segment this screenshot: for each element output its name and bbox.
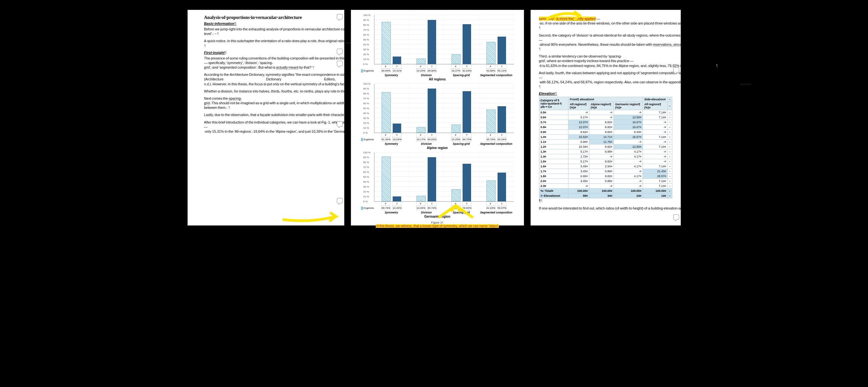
table-row: 0.9¤8.62¤8.82¤8.33¤-¤¤ xyxy=(539,130,672,135)
col-category: Category·of·¶ ratio·quotient·¶ a/b·=·C¤ xyxy=(539,97,568,110)
group-front: Front¶ elevation¤ xyxy=(568,97,643,102)
para-top-continuation: symmetry',·is·more·frequently·applied·—·… xyxy=(539,16,672,30)
para-architecture-dict: According·to·the·Architecture·Dictionary… xyxy=(204,72,336,86)
elevation-table: Category·of·¶ ratio·quotient·¶ a/b·=·C¤ … xyxy=(539,97,672,199)
comment-icon[interactable] xyxy=(337,61,343,66)
comment-icon[interactable] xyxy=(337,198,343,203)
page-2-charts: 0 %10 %20 %30 %40 %50 %60 %70 %80 %90 %1… xyxy=(351,10,524,226)
table-caption: Tab.·x¤ xyxy=(539,99,548,102)
table-row: 0.5¤-¤-¤-¤7.14¤¤ xyxy=(539,110,672,115)
para-division: Whether·a·division,·for·instance·into·ha… xyxy=(204,89,336,93)
para-notice: A·quick·notice,·in·this·subchapter·the·o… xyxy=(204,38,336,48)
table-row: 1.5¤5.17¤8.82¤-¤-¤¤ xyxy=(539,159,672,164)
table-row: 0.7¤12.07¤8.82¤16.67¤-¤¤ xyxy=(539,120,672,125)
comment-icon[interactable] xyxy=(337,121,343,126)
comment-icon[interactable] xyxy=(673,214,679,220)
table-row: 0.6¤5.17¤-¤12.50¤7.14¤¤ xyxy=(539,115,672,120)
para-lastly: Lastly,·due·to·the·observation,·that·a·f… xyxy=(204,113,336,117)
table-row: 2.0¤3.45¤5.88¤-¤7.14¤¤ xyxy=(539,179,672,184)
annotation-arrow-icon xyxy=(282,211,341,225)
page-3: symmetry',·is·more·frequently·applied·—·… xyxy=(530,10,681,226)
page-title: Analysis·of·proportions·in·vernacular·ar… xyxy=(204,15,336,20)
bar-chart: 0 %10 %20 %30 %40 %50 %60 %70 %80 %90 %1… xyxy=(361,84,514,150)
para-presence: The·presence·of·some·ruling·conventions·… xyxy=(204,56,336,70)
para-fourth: And·lastly,·fourth,·the·values·between·a… xyxy=(539,70,672,89)
table-row: 1.2¤10.34¤8.82¤12.50¤7.14¤¤ xyxy=(539,145,672,149)
table-total-row: %:·Total¤100.00¤100.00¤100.00¤100.00¤¤ xyxy=(539,188,672,194)
heading-basic-info: Basic·information xyxy=(204,22,336,26)
para-third: Third,·a·similar·tendency·can·be·observe… xyxy=(539,54,672,68)
para-after-intro: After·this·brief·introduction·of·the·ind… xyxy=(204,120,336,134)
page-1: Analysis·of·proportions·in·vernacular·ar… xyxy=(188,10,344,226)
table-row: 1.3¤5.17¤5.88¤4.17¤-¤¤ xyxy=(539,149,672,154)
figure-caption: Figure 1 xyxy=(361,221,514,224)
comment-icon[interactable] xyxy=(337,49,343,54)
table-total-row: #:·Elevations¤58¤34¤24¤14¤¤ xyxy=(539,194,672,199)
heading-first-insight: First·insight xyxy=(204,51,336,55)
para-second: Second,·the·category·of·'division'·is·al… xyxy=(539,33,672,52)
table-row: 1.4¤1.72¤-¤4.17¤-¤¤ xyxy=(539,154,672,159)
comment-icon[interactable] xyxy=(337,14,343,19)
table-row: 1.7¤3.45¤5.88¤-¤21.43¤¤ xyxy=(539,169,672,174)
table-row: 1.1¤6.90¤11.76¤-¤-¤¤ xyxy=(539,140,672,145)
highlighted-continuation: of·this·thesis,·we·witness,·that·a·loose… xyxy=(376,224,498,228)
table-row: 0.8¤12.07¤8.82¤16.67¤-¤¤ xyxy=(539,125,672,130)
bar-chart: 0 %10 %20 %30 %40 %50 %60 %70 %80 %90 %1… xyxy=(361,15,514,81)
group-side: Side·elevation¤ xyxy=(643,97,668,102)
table-row: 2.3¤-¤-¤-¤7.14¤¤ xyxy=(539,184,672,188)
para-before: Before·we·jump·right·into·the·exhausting… xyxy=(204,27,336,36)
para-bottom: If·one·would·be·interested·to·find·out,·… xyxy=(539,206,672,210)
table-row: 1.0¤15.52¤14.71¤16.67¤7.14¤¤ xyxy=(539,135,672,140)
table-row: 1.6¤3.45¤2.94¤4.17¤7.14¤¤ xyxy=(539,164,672,169)
bar-chart: 0 %10 %20 %30 %40 %50 %60 %70 %80 %90 %1… xyxy=(361,152,514,218)
table-row: 1.8¤6.90¤8.82¤4.17¤28.57¤¤ xyxy=(539,174,672,179)
comment-icon[interactable] xyxy=(673,67,679,72)
para-spacing: Next·comes·the·spacing-grid.·This·should… xyxy=(204,96,336,110)
heading-elevation: Elevation xyxy=(539,91,672,95)
